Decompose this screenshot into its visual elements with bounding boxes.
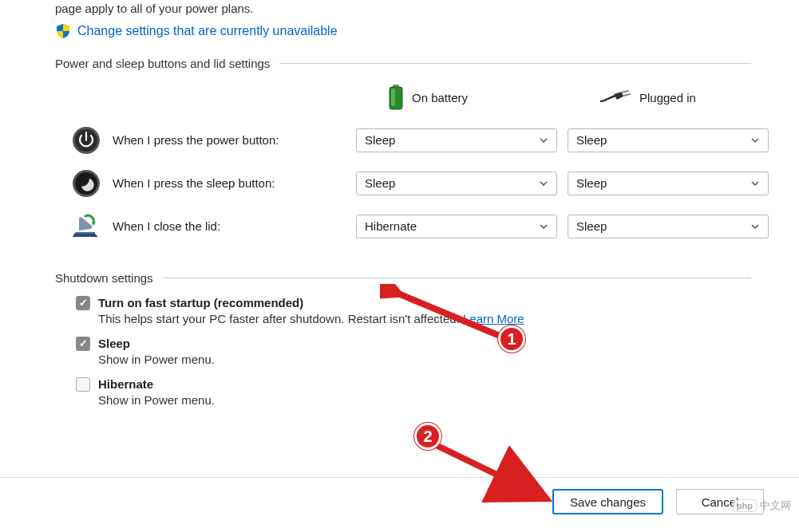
column-header-battery: On battery xyxy=(356,81,558,115)
watermark-text: 中文网 xyxy=(760,499,791,513)
chevron-down-icon xyxy=(539,136,548,145)
row-power-button: When I press the power button: xyxy=(71,123,346,158)
watermark: php 中文网 xyxy=(733,499,791,513)
dropdown-value: Sleep xyxy=(576,176,607,190)
close-lid-plugged-dropdown[interactable]: Sleep xyxy=(568,215,769,238)
chevron-down-icon xyxy=(539,179,548,188)
section-title-power: Power and sleep buttons and lid settings xyxy=(55,57,279,70)
sleep-button-icon xyxy=(71,168,101,199)
row-label: When I press the power button: xyxy=(113,133,279,147)
svg-line-4 xyxy=(623,94,630,96)
annotation-step-2: 2 xyxy=(414,423,441,450)
battery-icon xyxy=(388,85,404,112)
sleep-checkbox[interactable] xyxy=(76,337,90,351)
section-title-shutdown: Shutdown settings xyxy=(55,271,163,285)
power-settings-grid: On battery Plugged in When I press the p… xyxy=(71,81,799,244)
section-divider xyxy=(279,63,751,64)
sleep-desc: Show in Power menu. xyxy=(98,353,799,366)
power-button-plugged-dropdown[interactable]: Sleep xyxy=(568,128,769,152)
chevron-down-icon xyxy=(539,222,548,231)
save-changes-button[interactable]: Save changes xyxy=(552,489,663,514)
sleep-button-battery-dropdown[interactable]: Sleep xyxy=(356,171,557,195)
shield-icon xyxy=(55,23,71,39)
change-settings-link[interactable]: Change settings that are currently unava… xyxy=(77,24,338,38)
sleep-item: Sleep Show in Power menu. xyxy=(76,337,799,366)
dropdown-value: Sleep xyxy=(365,133,395,147)
close-lid-battery-dropdown[interactable]: Hibernate xyxy=(356,215,557,238)
hibernate-desc: Show in Power menu. xyxy=(98,393,799,407)
column-label-battery: On battery xyxy=(412,91,468,104)
chevron-down-icon xyxy=(750,179,760,188)
plug-icon xyxy=(599,90,631,106)
sleep-label: Sleep xyxy=(98,337,130,350)
fast-startup-item: Turn on fast startup (recommended) This … xyxy=(76,296,799,325)
footer-bar: Save changes Cancel xyxy=(0,477,799,514)
sleep-button-plugged-dropdown[interactable]: Sleep xyxy=(568,171,769,195)
row-close-lid: When I close the lid: xyxy=(71,209,346,244)
watermark-logo: php xyxy=(733,499,757,512)
fast-startup-label: Turn on fast startup (recommended) xyxy=(98,296,303,309)
row-sleep-button: When I press the sleep button: xyxy=(71,166,346,201)
lid-icon xyxy=(71,211,101,242)
fast-startup-desc: This helps start your PC faster after sh… xyxy=(98,312,799,325)
annotation-step-1: 1 xyxy=(498,325,525,353)
fast-startup-checkbox[interactable] xyxy=(76,296,90,310)
section-divider xyxy=(163,278,751,278)
chevron-down-icon xyxy=(750,136,760,145)
dropdown-value: Sleep xyxy=(576,219,607,233)
power-button-icon xyxy=(71,125,101,156)
power-button-battery-dropdown[interactable]: Sleep xyxy=(356,128,557,152)
hibernate-checkbox[interactable] xyxy=(76,377,90,392)
hibernate-label: Hibernate xyxy=(98,377,153,391)
intro-text: page apply to all of your power plans. xyxy=(55,0,799,18)
dropdown-value: Sleep xyxy=(365,176,395,190)
svg-line-3 xyxy=(622,91,628,93)
svg-point-8 xyxy=(75,172,97,195)
hibernate-item: Hibernate Show in Power menu. xyxy=(76,377,799,407)
row-label: When I close the lid: xyxy=(113,219,220,233)
dropdown-value: Hibernate xyxy=(365,219,417,233)
admin-shield-link[interactable]: Change settings that are currently unava… xyxy=(55,23,799,39)
column-header-plugged: Plugged in xyxy=(568,81,769,115)
column-label-plugged: Plugged in xyxy=(639,91,696,104)
learn-more-link[interactable]: Learn More xyxy=(463,312,524,325)
row-label: When I press the sleep button: xyxy=(113,176,275,190)
dropdown-value: Sleep xyxy=(576,133,607,147)
chevron-down-icon xyxy=(750,222,760,231)
svg-rect-2 xyxy=(391,89,395,106)
